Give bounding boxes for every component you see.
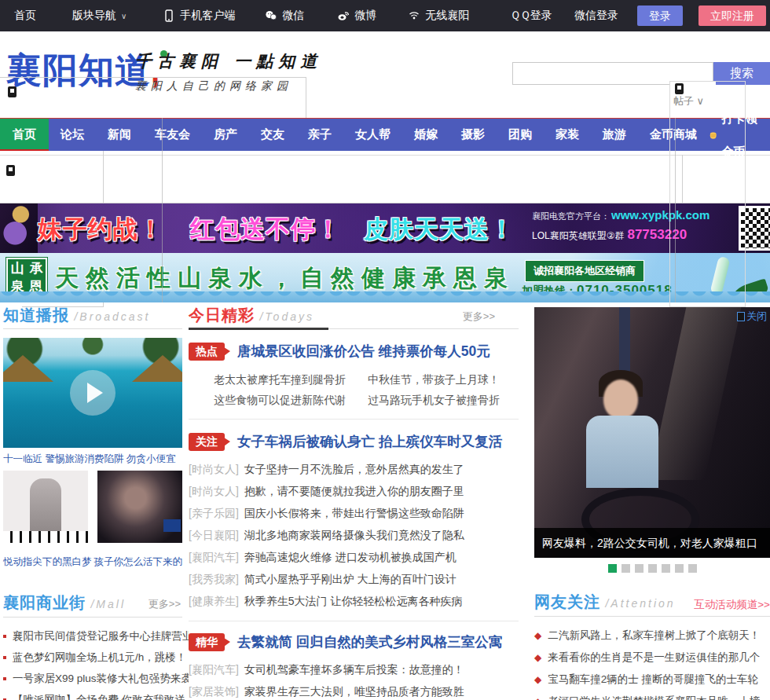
chevron-down-icon: ∨ [121,12,126,20]
list-item[interactable]: 【唯派网咖】全场免费 你敢充我敢送 [3,689,182,700]
category-link[interactable]: [襄阳汽车] [189,551,239,565]
sublink[interactable]: 中秋佳节，带孩子上月球！ [368,373,500,387]
list-item[interactable]: ◆老河口学生当选荆楚楷模系襄阳本月唯一上榜 [534,691,770,700]
slide-dot[interactable] [688,564,697,573]
mall-title-en: /Mall [90,598,126,610]
mall-more-link[interactable]: 更多>> [148,597,181,611]
list-item[interactable]: [家居装饰]家装界生存三大法则，唯坚持品质者方能致胜 [189,681,519,700]
nav-item-dating[interactable]: 交友 [249,119,296,151]
signal-icon [408,9,420,22]
video-caption-link[interactable]: 十一临近 警惕旅游消费陷阱 勿贪小便宜 [3,453,182,466]
category-link[interactable]: [亲子乐园] [189,507,239,521]
broken-frame-box [669,81,746,307]
headline-link[interactable]: 女子车祸后被确认身亡 抬上殡仪车时又复活 [237,432,502,451]
list-item[interactable]: 蓝色梦幻网咖全场上机1元/h，跳楼！ [3,647,182,668]
list-item[interactable]: ◆来看看你的生肖是不是一生财运俱佳的那几个 [534,647,770,669]
sublink[interactable]: 老太太被摩托车撞到腿骨折 [214,373,368,387]
today-block-focus: 关注 女子车祸后被确认身亡 抬上殡仪车时又复活 [时尚女人]女子坚持一月不洗脸后… [189,432,519,621]
nav-item-wedding[interactable]: 婚嫁 [402,119,449,151]
today-title: 今日精彩 [189,306,255,324]
category-link[interactable]: [今日襄阳] [189,529,239,543]
attention-header: 网友关注 /Attention 互动活动频道>> [534,592,770,617]
slide-dot[interactable] [608,564,617,573]
search-type-label[interactable]: 帖子 ∨ [673,94,716,108]
nav-item-news[interactable]: 新闻 [96,119,143,151]
headline-link[interactable]: 去繁就简 回归自然的美式乡村风格三室公寓 [237,632,502,651]
nav-item-home-decor[interactable]: 家装 [544,119,591,151]
topbar-wechat-login-link[interactable]: 微信登录 [574,9,618,23]
play-icon[interactable] [70,370,116,416]
nav-item-car-club[interactable]: 车友会 [143,119,202,151]
topbar-wechat-link[interactable]: 微信 [265,9,304,23]
register-button[interactable]: 立即注册 [698,5,766,26]
spring-water-banner-ad[interactable]: 山承 泉恩 天然活性山泉水，自然健康承恩泉 诚招襄阳各地区经销商 加盟热线：07… [0,253,770,302]
phone-icon [163,9,175,22]
thumb-caption-link[interactable]: 悦动指尖下的黑白梦 [3,555,92,569]
list-item[interactable]: [我秀我家]简式小屋热乎乎刚出炉 大上海的百叶门设计 [189,569,519,591]
nav-item-home[interactable]: 首页 [0,119,49,151]
thumb-piano-girl[interactable] [3,471,88,543]
slide-dot[interactable] [648,564,657,573]
nav-item-photography[interactable]: 摄影 [449,119,497,151]
list-item[interactable]: [襄阳汽车]女司机驾豪车撞坏多辆车后投案：故意撞的！ [189,659,519,681]
broadcast-video-thumbnail[interactable] [3,338,182,448]
list-item[interactable]: [亲子乐园]国庆小长假将来，带娃出行警惕这些致命陷阱 [189,503,519,525]
topbar-weibo-link[interactable]: 微博 [337,9,376,23]
list-item[interactable]: [时尚女人]女子坚持一月不洗脸后，意外居然真的发生了 [189,459,519,481]
nav-item-women[interactable]: 女人帮 [343,119,402,151]
search-type-dropdown[interactable]: 帖子 ∨ [670,82,716,112]
resort-roof-art [132,355,182,382]
slide-pagination [534,564,770,573]
esports-banner-ad[interactable]: 妹子约战！ 红包送不停！ 皮肤天天送！ 襄阳电竞官方平台：www.xypkpk.… [0,203,770,253]
nav-item-travel[interactable]: 旅游 [591,119,638,151]
category-link[interactable]: [襄阳汽车] [189,663,239,677]
page: 首页 版块导航∨ 手机客户端 微信 微博 无线襄阳 ＱＱ登录 微信登录 登录 立… [0,0,770,700]
close-ad-button[interactable]: 关闭 [737,310,767,324]
broken-image-icon [737,312,745,321]
category-link[interactable]: [健康养生] [189,595,239,609]
category-link[interactable]: [时尚女人] [189,463,239,477]
list-item[interactable]: ◆二汽新风路上，私家车撞树上掀了个底朝天！ [534,625,770,647]
thumb-child[interactable] [97,471,182,543]
category-link[interactable]: [家居装饰] [189,685,239,699]
list-item[interactable]: 襄阳市民间借贷登记服务中心挂牌营业 [3,625,182,647]
list-item[interactable]: [时尚女人]抱歉，请不要随便就拉我进入你的朋友圈子里 [189,481,519,503]
topbar-mobile-app-link[interactable]: 手机客户端 [163,9,235,23]
nav-item-parenting[interactable]: 亲子 [296,119,343,151]
topbar-wireless-link[interactable]: 无线襄阳 [408,9,469,23]
nav-item-forum[interactable]: 论坛 [49,119,96,151]
slide-dot[interactable] [675,564,684,573]
activity-channel-link[interactable]: 互动活动频道>> [694,598,770,612]
list-item[interactable]: [襄阳汽车]奔驰高速熄火维修 进口发动机被换成国产机 [189,547,519,569]
login-button[interactable]: 登录 [637,5,683,26]
headline-link[interactable]: 唐城景区收回涨价公告 维持票价每人50元 [237,342,490,361]
slide-dot[interactable] [622,564,630,573]
nav-item-group-buy[interactable]: 团购 [497,119,544,151]
category-link[interactable]: [时尚女人] [189,485,239,499]
category-link[interactable]: [我秀我家] [189,573,239,587]
topbar-board-nav-menu[interactable]: 版块导航∨ [72,9,126,23]
thumb-captions: 悦动指尖下的黑白梦 孩子你怎么活下来的 [3,555,182,569]
today-more-link[interactable]: 更多>> [463,310,495,324]
broken-frame-line [0,77,306,78]
slide-dot[interactable] [662,564,670,573]
nav-item-real-estate[interactable]: 房产 [202,119,249,151]
list-item[interactable]: [今日襄阳]湖北多地商家装网络摄像头我们竟然没了隐私 [189,525,519,547]
list-item[interactable]: 一号家居X99 plus装修大礼包强势来袭 [3,668,182,689]
site-slogan: 千古襄阳 一點知道 襄阳人自己的网络家园 [135,50,322,93]
list-item[interactable]: [健康养生]秋季养生5大法门 让你轻轻松松远离各种疾病 [189,591,519,613]
banner-slogan-2: 红包送不停！ [190,213,341,246]
attention-title: 网友关注 [534,593,600,610]
topbar: 首页 版块导航∨ 手机客户端 微信 微博 无线襄阳 ＱＱ登录 微信登录 登录 立… [0,0,770,31]
slide-dot[interactable] [635,564,644,573]
list-item[interactable]: ◆宝马翻车撞2辆的士 撞断的哥腿撞飞的士车轮 [534,669,770,691]
topbar-qq-login-link[interactable]: ＱＱ登录 [510,9,552,23]
topbar-home-link[interactable]: 首页 [14,9,36,23]
sublink[interactable]: 这些食物可以促进新陈代谢 [214,394,368,408]
today-block-hot: 热点 唐城景区收回涨价公告 维持票价每人50元 老太太被摩托车撞到腿骨折 中秋佳… [189,342,519,420]
photo-news-slide[interactable]: 关闭 网友爆料，2路公交女司机，对老人家爆粗口 [534,307,770,558]
sublink[interactable]: 过马路玩手机女子被撞骨折 [368,394,500,408]
broken-image-icon [675,83,684,94]
wechat-icon [265,9,277,22]
thumb-caption-link[interactable]: 孩子你怎么活下来的 [94,555,183,569]
